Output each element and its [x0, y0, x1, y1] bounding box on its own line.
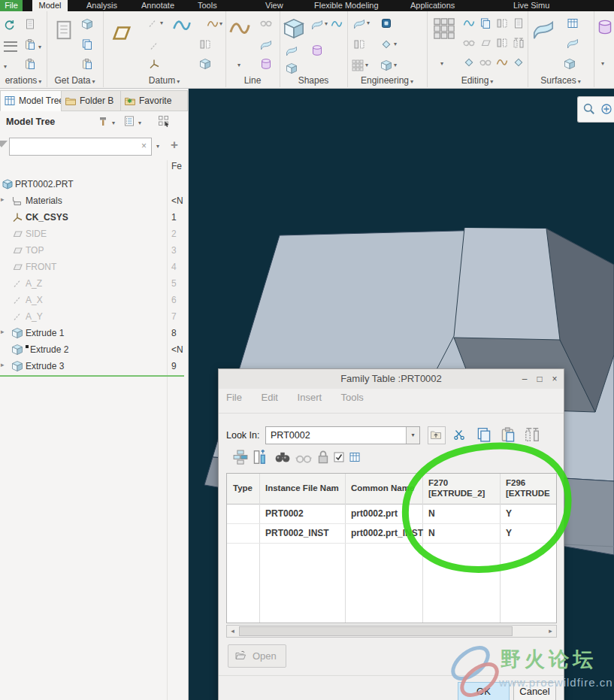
- curve-chevron-icon[interactable]: ▾: [219, 21, 222, 27]
- chamfer-chevron-icon[interactable]: ▾: [394, 62, 397, 68]
- revolve-icon[interactable]: [311, 18, 323, 30]
- table-row[interactable]: PRT0002 prt0002.prt N Y: [227, 504, 556, 524]
- live-sim-chevron-icon[interactable]: ▾: [601, 61, 604, 67]
- datum-graph-icon[interactable]: [199, 38, 211, 50]
- expand-arrow-icon[interactable]: ▸: [1, 361, 5, 368]
- verify-icon[interactable]: [333, 451, 345, 463]
- solidify-icon[interactable]: [496, 37, 508, 49]
- tree-columns-icon[interactable]: [158, 115, 170, 127]
- datum-point-chevron-icon[interactable]: ▾: [160, 20, 163, 26]
- search-clear-icon[interactable]: ×: [141, 141, 147, 151]
- paste-icon[interactable]: [24, 38, 36, 50]
- tree-item-extrude-3[interactable]: ▸ Extrude 3 9: [0, 358, 186, 374]
- copy-geometry-icon[interactable]: [81, 38, 93, 50]
- col-header-common[interactable]: Common Name: [345, 474, 422, 504]
- menu-edit[interactable]: Edit: [262, 392, 278, 403]
- open-button[interactable]: Open: [228, 644, 286, 668]
- extrude-icon[interactable]: [283, 17, 305, 40]
- reorder-columns-icon[interactable]: [524, 426, 540, 443]
- round-chevron-icon[interactable]: ▾: [394, 41, 397, 47]
- extend-icon[interactable]: [479, 17, 492, 29]
- tree-settings-icon[interactable]: [98, 115, 110, 127]
- paste-special-icon[interactable]: [24, 58, 36, 70]
- insert-column-icon[interactable]: [252, 449, 268, 465]
- round-icon[interactable]: [380, 38, 392, 50]
- style-icon[interactable]: [567, 37, 579, 49]
- close-icon[interactable]: ×: [548, 369, 561, 389]
- tree-filters-icon[interactable]: [123, 115, 135, 127]
- tab-folder-browser[interactable]: Folder B: [61, 90, 121, 111]
- tab-view[interactable]: View: [265, 0, 283, 11]
- tree-item-side-plane[interactable]: SIDE 2: [0, 226, 186, 242]
- import-icon[interactable]: [53, 19, 75, 41]
- fill-icon[interactable]: [567, 17, 579, 29]
- menu-insert[interactable]: Insert: [298, 392, 322, 403]
- datum-csys-icon[interactable]: [148, 58, 160, 70]
- intersect-icon[interactable]: [260, 58, 272, 70]
- expand-arrow-icon[interactable]: ▸: [1, 195, 5, 203]
- tab-favorites[interactable]: ✱ Favorite: [120, 90, 188, 111]
- hole-icon[interactable]: [353, 17, 365, 29]
- group-label-datum[interactable]: Datum▾: [103, 75, 225, 86]
- tab-annotate[interactable]: Annotate: [141, 0, 174, 11]
- tree-item-csys[interactable]: CK_CSYS 1: [0, 209, 186, 226]
- sweep-icon[interactable]: [331, 18, 343, 30]
- datum-axis-icon[interactable]: [148, 40, 160, 52]
- group-label-operations[interactable]: erations▾: [0, 75, 47, 86]
- tree-item-part[interactable]: PRT0002.PRT: [0, 176, 186, 192]
- regenerate-icon[interactable]: [3, 19, 15, 31]
- rib-icon[interactable]: [380, 17, 392, 29]
- tab-model-tree[interactable]: Model Tree: [0, 90, 62, 111]
- datum-point-icon[interactable]: [147, 17, 159, 29]
- search-chevron-icon[interactable]: ▾: [156, 144, 159, 150]
- tab-live-simulation[interactable]: Live Simu: [513, 0, 549, 11]
- preview-icon[interactable]: [295, 450, 312, 467]
- model-box-top-face[interactable]: [454, 228, 560, 340]
- group-label-editing[interactable]: Editing▾: [427, 75, 528, 86]
- blend-icon[interactable]: [286, 62, 298, 74]
- find-icon[interactable]: [274, 449, 291, 465]
- tree-search-input[interactable]: [9, 138, 152, 156]
- group-label-surfaces[interactable]: Surfaces▾: [528, 75, 594, 86]
- menu-file[interactable]: File: [226, 392, 242, 403]
- corner-icon[interactable]: [513, 56, 525, 68]
- table-row[interactable]: PRT0002_INST prt0002.prt_INST N Y: [227, 523, 556, 544]
- revolve-chevron-icon[interactable]: ▾: [325, 21, 328, 27]
- cancel-button[interactable]: Cancel: [513, 682, 556, 700]
- lock-icon[interactable]: [315, 449, 331, 465]
- mirror-icon[interactable]: [496, 17, 508, 29]
- tree-item-materials[interactable]: ▸ Materials <N: [0, 192, 186, 209]
- scroll-right-icon[interactable]: ▸: [545, 626, 556, 637]
- horizontal-scrollbar[interactable]: ◂ ▸: [226, 625, 557, 638]
- pattern-icon[interactable]: [433, 17, 455, 40]
- scrollbar-thumb[interactable]: [239, 626, 513, 636]
- tree-item-top-plane[interactable]: TOP 3: [0, 242, 186, 259]
- look-in-combo[interactable]: PRT0002 ▾: [265, 426, 420, 444]
- minimize-icon[interactable]: –: [518, 369, 531, 389]
- tree-item-axis-ax[interactable]: A_X 6: [0, 292, 186, 308]
- copy-icon[interactable]: [476, 426, 492, 443]
- helical-sweep-icon[interactable]: [311, 44, 323, 56]
- shrinkwrap-icon[interactable]: [81, 58, 93, 70]
- tab-analysis[interactable]: Analysis: [86, 0, 117, 11]
- menu-tools[interactable]: Tools: [341, 392, 364, 403]
- user-defined-feature-icon[interactable]: [81, 18, 93, 30]
- project-icon[interactable]: [260, 38, 272, 50]
- tree-item-axis-ay[interactable]: A_Y 7: [0, 308, 186, 325]
- edit-table-icon[interactable]: [349, 451, 361, 463]
- insert-here-indicator[interactable]: [0, 375, 184, 377]
- combo-chevron-icon[interactable]: ▾: [406, 427, 419, 444]
- shell-chevron-icon[interactable]: ▾: [365, 62, 368, 68]
- draft-icon[interactable]: [353, 38, 365, 50]
- hole-chevron-icon[interactable]: ▾: [367, 20, 370, 26]
- operations-chevron-icon[interactable]: ▾: [4, 64, 7, 70]
- tab-file[interactable]: File: [0, 0, 23, 11]
- join-icon[interactable]: [463, 56, 475, 68]
- maximize-icon[interactable]: □: [533, 369, 546, 389]
- copy-icon[interactable]: [24, 18, 36, 30]
- group-label-engineering[interactable]: Engineering▾: [347, 75, 427, 86]
- trim-icon[interactable]: [463, 17, 475, 29]
- tab-flexible-modeling[interactable]: Flexible Modeling: [314, 0, 379, 11]
- col-header-instance[interactable]: Instance File Nam: [259, 474, 345, 504]
- paste-chevron-icon[interactable]: ▾: [38, 44, 41, 50]
